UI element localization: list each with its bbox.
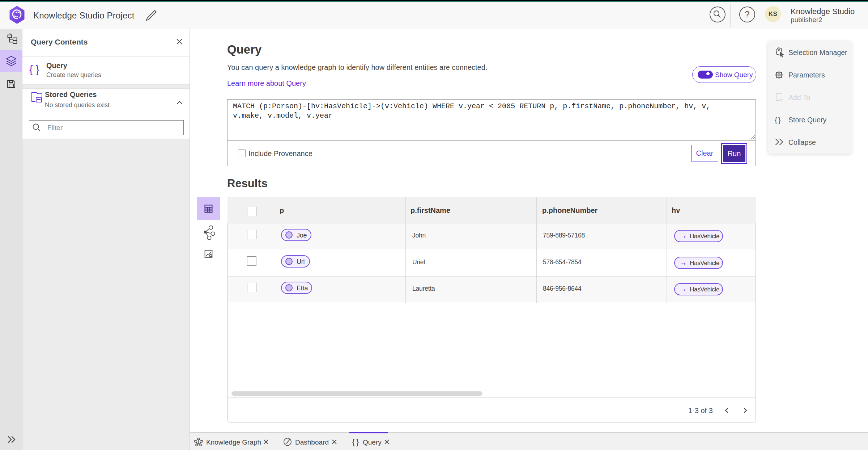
svg-text:?: ? [745, 9, 749, 19]
